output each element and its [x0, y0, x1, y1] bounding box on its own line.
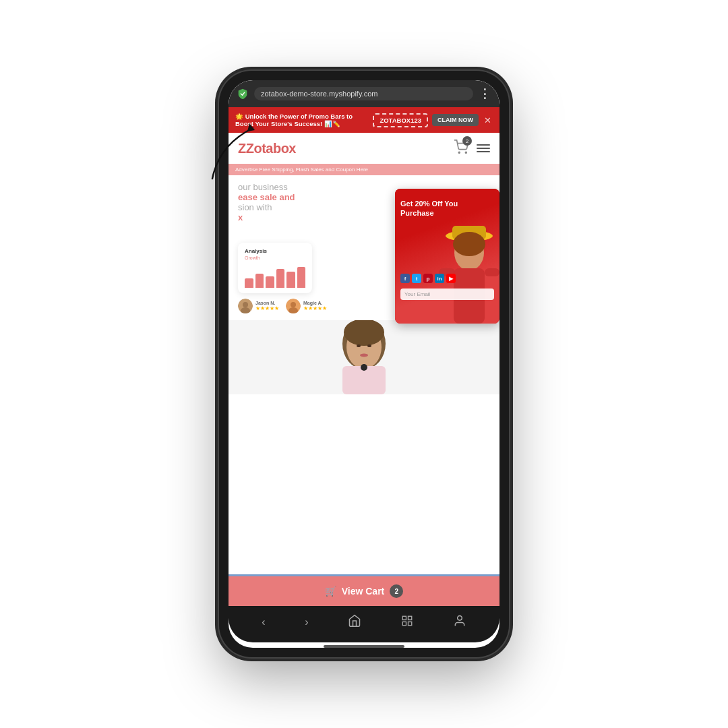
- android-back-button[interactable]: ‹: [256, 613, 270, 631]
- browser-url-bar[interactable]: zotabox-demo-store.myshopify.com: [254, 87, 473, 100]
- analysis-card: Analysis Growth: [238, 243, 312, 293]
- popup-offer-line1: Get 20% Off You: [400, 199, 458, 208]
- cart-count-badge: 2: [390, 584, 403, 598]
- phone-screen: zotabox-demo-store.myshopify.com ⋮ 🌟 Unl…: [229, 80, 499, 648]
- chart-bars: [245, 264, 305, 288]
- promo-close-icon[interactable]: ✕: [483, 115, 493, 125]
- reviewer-name-2: Magie A.: [303, 301, 327, 305]
- svg-point-20: [357, 344, 361, 347]
- svg-rect-8: [485, 268, 499, 276]
- logo-text: Zotabox: [246, 141, 296, 156]
- svg-rect-25: [402, 622, 406, 626]
- promo-bar: 🌟 Unlock the Power of Promo Bars to Boos…: [229, 107, 499, 133]
- cart-badge: 2: [462, 136, 472, 146]
- svg-rect-23: [402, 616, 406, 619]
- svg-point-5: [453, 232, 485, 256]
- android-forward-button[interactable]: ›: [299, 613, 313, 631]
- product-area: [229, 320, 499, 394]
- reviewer-info-1: Jason N. ★★★★★: [255, 301, 279, 311]
- cart-icon-wrapper[interactable]: 2: [454, 140, 468, 157]
- svg-rect-26: [408, 622, 411, 626]
- promo-code[interactable]: ZOTABOX123: [373, 113, 428, 127]
- linkedin-social-icon[interactable]: in: [435, 274, 444, 283]
- svg-point-10: [243, 302, 248, 307]
- popup-offer-line2: Purchase: [400, 208, 458, 218]
- cart-bar-icon: 🛒: [325, 586, 336, 597]
- android-home-indicator: [324, 645, 404, 648]
- product-model-svg: [297, 320, 431, 394]
- analysis-subtitle: Growth: [245, 255, 305, 260]
- svg-point-22: [360, 354, 368, 357]
- reviewer-stars-1: ★★★★★: [255, 305, 279, 311]
- review-item-1: Jason N. ★★★★★: [238, 299, 279, 313]
- view-cart-bar[interactable]: 🛒 View Cart 2: [229, 576, 499, 606]
- reviewer-stars-2: ★★★★★: [303, 305, 327, 311]
- youtube-social-icon[interactable]: ▶: [446, 274, 456, 283]
- reviewer-name-1: Jason N.: [255, 301, 279, 305]
- bar-5: [286, 272, 295, 289]
- bar-4: [276, 269, 285, 288]
- android-profile-button[interactable]: [448, 611, 472, 633]
- reviewer-avatar-1: [238, 299, 253, 313]
- svg-point-19: [361, 364, 367, 371]
- hamburger-menu-icon[interactable]: [477, 144, 490, 152]
- cart-bar-label: View Cart: [342, 586, 385, 597]
- pinterest-social-icon[interactable]: p: [423, 274, 433, 283]
- svg-rect-24: [408, 616, 411, 619]
- security-shield-icon: [237, 88, 249, 100]
- svg-point-0: [458, 152, 460, 153]
- promo-bar-text: 🌟 Unlock the Power of Promo Bars to Boos…: [235, 113, 369, 127]
- bar-6: [297, 267, 306, 289]
- bar-1: [245, 278, 253, 288]
- twitter-social-icon[interactable]: t: [412, 274, 421, 283]
- android-tabs-button[interactable]: [396, 612, 419, 632]
- svg-point-1: [465, 152, 466, 153]
- popup-offer-text: Get 20% Off You Purchase: [400, 199, 458, 218]
- popup-person-svg: [425, 216, 499, 324]
- bar-3: [266, 276, 274, 289]
- store-ticker: Advertise Free Shipping, Flash Sales and…: [229, 164, 499, 175]
- hero-area: our business ease sale and sion with x A…: [229, 175, 499, 293]
- browser-bar: zotabox-demo-store.myshopify.com ⋮: [229, 80, 499, 107]
- store-nav: ZZotabox 2: [229, 133, 499, 164]
- android-home-button[interactable]: [342, 611, 367, 633]
- facebook-social-icon[interactable]: f: [400, 274, 410, 283]
- scene: zotabox-demo-store.myshopify.com ⋮ 🌟 Unl…: [0, 0, 728, 728]
- review-item-2: Magie A. ★★★★★: [286, 299, 327, 313]
- store-logo: ZZotabox: [238, 141, 296, 156]
- browser-more-icon[interactable]: ⋮: [479, 88, 491, 100]
- popup-overlay: Get 20% Off You Purchase f t p in ▶ Your…: [395, 189, 499, 324]
- reviewer-info-2: Magie A. ★★★★★: [303, 301, 327, 311]
- popup-email-input[interactable]: Your Email: [400, 289, 494, 300]
- android-nav: ‹ ›: [229, 606, 499, 642]
- svg-point-27: [457, 616, 462, 621]
- nav-icons: 2: [454, 140, 490, 157]
- claim-now-button[interactable]: CLAIM NOW: [432, 114, 479, 126]
- svg-point-13: [291, 302, 296, 307]
- phone-shell: zotabox-demo-store.myshopify.com ⋮ 🌟 Unl…: [219, 71, 509, 657]
- reviewer-avatar-2: [286, 299, 301, 313]
- logo-z: Z: [238, 141, 246, 156]
- svg-point-21: [367, 344, 371, 347]
- store-content: ZZotabox 2: [229, 133, 499, 574]
- popup-social-icons: f t p in ▶: [400, 274, 456, 283]
- analysis-title: Analysis: [245, 248, 305, 254]
- bar-2: [255, 274, 264, 288]
